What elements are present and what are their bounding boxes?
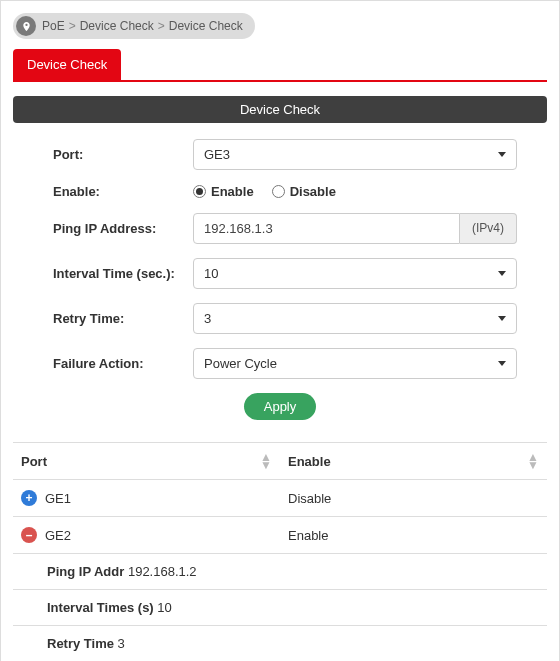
interval-label: Interval Time (sec.): <box>53 266 193 281</box>
caret-down-icon <box>498 316 506 321</box>
column-header-port[interactable]: Port ▲▼ <box>13 443 280 480</box>
detail-retry-label: Retry Time <box>47 636 114 651</box>
breadcrumb-item[interactable]: PoE <box>42 19 65 33</box>
apply-button[interactable]: Apply <box>244 393 317 420</box>
caret-down-icon <box>498 271 506 276</box>
interval-value: 10 <box>204 266 218 281</box>
collapse-icon[interactable]: – <box>21 527 37 543</box>
expand-icon[interactable]: + <box>21 490 37 506</box>
breadcrumb: PoE > Device Check > Device Check <box>13 13 255 39</box>
retry-label: Retry Time: <box>53 311 193 326</box>
table-row: + GE1 Disable <box>13 480 547 517</box>
device-check-form: Port: GE3 Enable: Enable Disabl <box>13 123 547 442</box>
port-table: Port ▲▼ Enable ▲▼ + GE1 Disable <box>13 442 547 661</box>
failure-action-label: Failure Action: <box>53 356 193 371</box>
table-detail-row: Ping IP Addr 192.168.1.2 <box>13 554 547 590</box>
location-pin-icon <box>16 16 36 36</box>
tab-device-check[interactable]: Device Check <box>13 49 121 80</box>
chevron-right-icon: > <box>69 19 76 33</box>
enable-radio-on-label: Enable <box>211 184 254 199</box>
ping-ip-input[interactable] <box>193 213 460 244</box>
port-select[interactable]: GE3 <box>193 139 517 170</box>
panel-title: Device Check <box>13 96 547 123</box>
port-value: GE3 <box>204 147 230 162</box>
detail-interval-label: Interval Times (s) <box>47 600 154 615</box>
port-enable: Disable <box>280 480 547 517</box>
enable-radio-on[interactable] <box>193 185 206 198</box>
enable-label: Enable: <box>53 184 193 199</box>
port-name: GE1 <box>45 491 71 506</box>
table-detail-row: Retry Time 3 <box>13 626 547 662</box>
interval-select[interactable]: 10 <box>193 258 517 289</box>
detail-interval-value: 10 <box>157 600 171 615</box>
sort-icon: ▲▼ <box>260 453 272 469</box>
failure-action-select[interactable]: Power Cycle <box>193 348 517 379</box>
table-row: – GE2 Enable <box>13 517 547 554</box>
breadcrumb-item[interactable]: Device Check <box>80 19 154 33</box>
port-name: GE2 <box>45 528 71 543</box>
port-enable: Enable <box>280 517 547 554</box>
retry-value: 3 <box>204 311 211 326</box>
failure-action-value: Power Cycle <box>204 356 277 371</box>
detail-ip-label: Ping IP Addr <box>47 564 124 579</box>
detail-retry-value: 3 <box>118 636 125 651</box>
enable-radio-off-label: Disable <box>290 184 336 199</box>
enable-radio-off[interactable] <box>272 185 285 198</box>
port-label: Port: <box>53 147 193 162</box>
ip-addon: (IPv4) <box>460 213 517 244</box>
caret-down-icon <box>498 152 506 157</box>
sort-icon: ▲▼ <box>527 453 539 469</box>
breadcrumb-item: Device Check <box>169 19 243 33</box>
tab-bar: Device Check <box>13 49 547 82</box>
chevron-right-icon: > <box>158 19 165 33</box>
caret-down-icon <box>498 361 506 366</box>
column-header-enable[interactable]: Enable ▲▼ <box>280 443 547 480</box>
detail-ip-value: 192.168.1.2 <box>128 564 197 579</box>
retry-select[interactable]: 3 <box>193 303 517 334</box>
ping-ip-label: Ping IP Address: <box>53 221 193 236</box>
table-detail-row: Interval Times (s) 10 <box>13 590 547 626</box>
